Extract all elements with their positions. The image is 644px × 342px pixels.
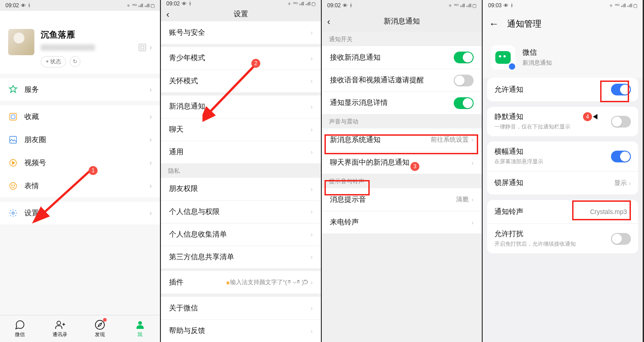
svg-point-10 — [138, 321, 142, 325]
page-title: 设置 — [161, 10, 321, 19]
receive-call-item[interactable]: 接收语音和视频通话邀请提醒 — [322, 69, 482, 91]
service-icon — [8, 85, 18, 95]
status-bar: 09:02 👁 ᚼ ᯤᴴᴰ₊ıll₊ıll▢ — [322, 0, 482, 11]
plugins-hint: 输入法支持颜文字了ᕑ(ಠ◡ಠ)ᕤ — [230, 278, 308, 286]
qr-icon[interactable] — [139, 44, 146, 51]
moments-item[interactable]: 朋友圈 › — [0, 128, 160, 151]
chevron-right-icon: › — [310, 231, 313, 238]
thirdparty-item[interactable]: 第三方信息共享清单› — [161, 246, 321, 268]
privacy-section-header: 隐私 — [161, 163, 321, 178]
bluetooth-icon: ᚼ — [188, 0, 192, 7]
status-button[interactable]: + 状态 — [41, 56, 66, 67]
general-item[interactable]: 通用› — [161, 141, 321, 163]
app-sub: 新消息通知 — [522, 59, 552, 67]
dnd-row[interactable]: 允许打扰 开启免打扰后，允许继续接收通知 — [487, 223, 638, 253]
chevron-right-icon: › — [150, 136, 152, 144]
chevron-right-icon: › — [150, 182, 152, 190]
gear-icon — [8, 208, 18, 218]
account-security-item[interactable]: 账号与安全› — [161, 21, 321, 44]
notification-dot — [103, 318, 107, 322]
youth-mode-item[interactable]: 青少年模式› — [161, 47, 321, 70]
clock: 09:02 — [166, 0, 180, 7]
personal-info-item[interactable]: 个人信息与权限› — [161, 200, 321, 223]
help-item[interactable]: 帮助与反馈› — [161, 319, 321, 342]
chevron-right-icon: › — [150, 159, 152, 167]
chevron-right-icon: › — [310, 185, 313, 193]
receive-new-msg-item[interactable]: 接收新消息通知 — [322, 46, 482, 69]
chevron-right-icon: › — [150, 209, 152, 217]
svg-point-8 — [57, 321, 61, 325]
call-tone-item[interactable]: 来电铃声 › — [322, 211, 482, 233]
profile-card[interactable]: 沉鱼落雁 › + 状态 ↻ — [0, 11, 160, 74]
chat-notify-item[interactable]: 聊天界面中的新消息通知 › — [322, 151, 482, 174]
toggle-show-detail[interactable] — [454, 97, 474, 109]
section-tone: 提示音与铃声 — [322, 174, 482, 188]
toggle-receive-call[interactable] — [454, 75, 474, 86]
stickers-item[interactable]: 表情 › — [0, 174, 160, 197]
screen-me: 09:02 👁 ᚼ ᯤᴴᴰ₊ıll₊ıll▢ 沉鱼落雁 › + 状态 ↻ — [0, 0, 160, 342]
care-mode-item[interactable]: 关怀模式› — [161, 70, 321, 92]
toggle-receive-new[interactable] — [454, 52, 474, 63]
chevron-right-icon: › — [471, 219, 474, 226]
msg-tone-item[interactable]: 消息提示音 清脆 › — [322, 188, 482, 211]
chevron-right-icon: › — [471, 159, 474, 166]
tab-label: 我 — [137, 331, 142, 338]
back-button[interactable]: ‹ — [327, 16, 338, 27]
favorites-item[interactable]: 收藏 › — [0, 105, 160, 128]
chevron-right-icon: › — [150, 43, 152, 52]
back-button[interactable]: ← — [489, 18, 499, 30]
nav-header: ‹ 设置 — [161, 7, 321, 21]
tab-contacts[interactable]: 通讯录 — [40, 315, 80, 342]
show-detail-item[interactable]: 通知显示消息详情 — [322, 91, 482, 114]
eye-icon: 👁 — [503, 3, 508, 8]
service-label: 服务 — [24, 85, 150, 95]
chat-item[interactable]: 聊天› — [161, 118, 321, 141]
svg-point-9 — [95, 320, 104, 329]
friends-perm-item[interactable]: 朋友权限› — [161, 178, 321, 200]
status-bar: 09:02 👁 ᚼ ᯤᴴᴰ₊ıll₊ıll▢ — [161, 0, 321, 7]
lock-value: 显示 — [614, 179, 627, 187]
silent-row[interactable]: 静默通知 一律静音，仅在下拉通知栏显示 — [487, 107, 638, 136]
app-name: 微信 — [522, 48, 552, 57]
clock: 09:02 — [327, 2, 341, 9]
about-item[interactable]: 关于微信› — [161, 297, 321, 319]
svg-rect-0 — [10, 114, 17, 120]
settings-label: 设置 — [24, 209, 150, 218]
tab-bar: 微信 通讯录 发现 我 — [0, 315, 160, 342]
ringtone-row[interactable]: 通知铃声 Crystals.mp3 › — [487, 200, 638, 223]
tab-label: 通讯录 — [52, 331, 67, 338]
refresh-icon[interactable]: ↻ — [70, 56, 80, 67]
chevron-right-icon: › — [310, 103, 313, 110]
back-button[interactable]: ‹ — [166, 9, 177, 19]
toggle-banner[interactable] — [611, 151, 631, 162]
clock: 09:02 — [5, 2, 19, 9]
channels-icon — [8, 158, 18, 168]
toggle-dnd[interactable] — [611, 233, 631, 245]
bluetooth-icon: ᚼ — [510, 2, 513, 9]
toggle-silent[interactable] — [611, 116, 631, 128]
allow-notify-row[interactable]: 允许通知 — [487, 78, 638, 101]
banner-row[interactable]: 横幅通知 在屏幕顶部悬浮显示 — [487, 142, 638, 171]
eye-icon: 👁 — [182, 1, 187, 6]
avatar[interactable] — [8, 29, 34, 55]
nav-header: ← 通知管理 — [483, 11, 643, 37]
nav-header: ‹ 新消息通知 — [322, 11, 482, 32]
screen-notifications: 09:02 👁 ᚼ ᯤᴴᴰ₊ıll₊ıll▢ ‹ 新消息通知 通知开关 接收新消… — [322, 0, 482, 342]
tab-discover[interactable]: 发现 — [80, 315, 120, 342]
sticker-icon — [8, 181, 18, 191]
lock-row[interactable]: 锁屏通知 显示 › — [487, 171, 638, 195]
chevron-right-icon: › — [310, 304, 313, 312]
eye-icon: 👁 — [21, 3, 26, 8]
new-msg-notify-item[interactable]: 新消息通知› — [161, 95, 321, 118]
new-icon: ◉ — [226, 280, 230, 285]
channels-item[interactable]: 视频号 › — [0, 151, 160, 174]
sys-notify-item[interactable]: 新消息系统通知 前往系统设置 › — [322, 128, 482, 151]
plugins-item[interactable]: 插件 ◉ 输入法支持颜文字了ᕑ(ಠ◡ಠ)ᕤ › — [161, 271, 321, 294]
tab-wechat[interactable]: 微信 — [0, 315, 40, 342]
settings-item[interactable]: 设置 › — [0, 202, 160, 224]
screen-system-notify: 09:03 👁 ᚼ ᯤᴴᴰ₊ıll₊ıll▢ ← 通知管理 微信 新消息通知 允… — [483, 0, 643, 342]
tab-me[interactable]: 我 — [120, 315, 160, 342]
service-item[interactable]: 服务 › — [0, 78, 160, 101]
toggle-allow[interactable] — [611, 84, 631, 95]
info-collection-item[interactable]: 个人信息收集清单› — [161, 223, 321, 246]
